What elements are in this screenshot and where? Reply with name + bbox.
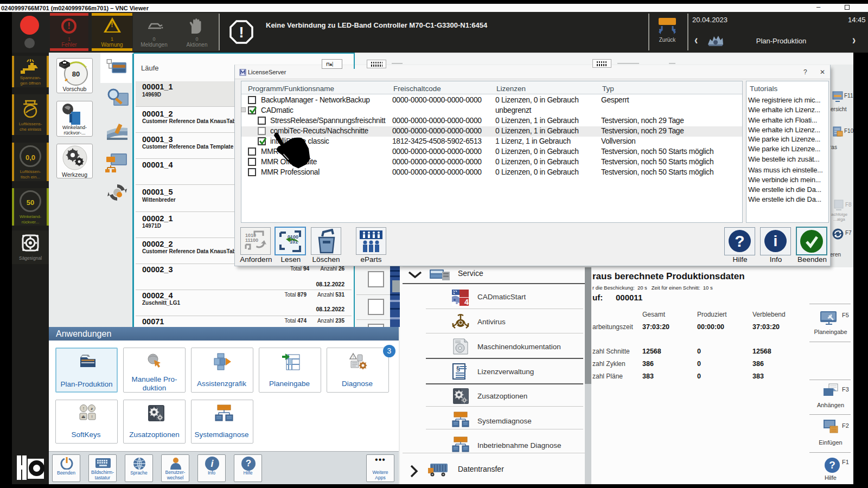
- svg-text:4: 4: [464, 298, 469, 306]
- svg-text:§: §: [456, 364, 460, 373]
- svg-text:!: !: [239, 24, 244, 41]
- svg-text:!: !: [353, 355, 354, 359]
- svg-text:80: 80: [72, 70, 80, 78]
- svg-text:!: !: [91, 414, 92, 419]
- svg-text:⏏: ⏏: [81, 414, 86, 419]
- svg-text:↑: ↑: [82, 406, 85, 411]
- svg-text:11100: 11100: [245, 237, 258, 243]
- svg-text:◕: ◕: [91, 406, 93, 411]
